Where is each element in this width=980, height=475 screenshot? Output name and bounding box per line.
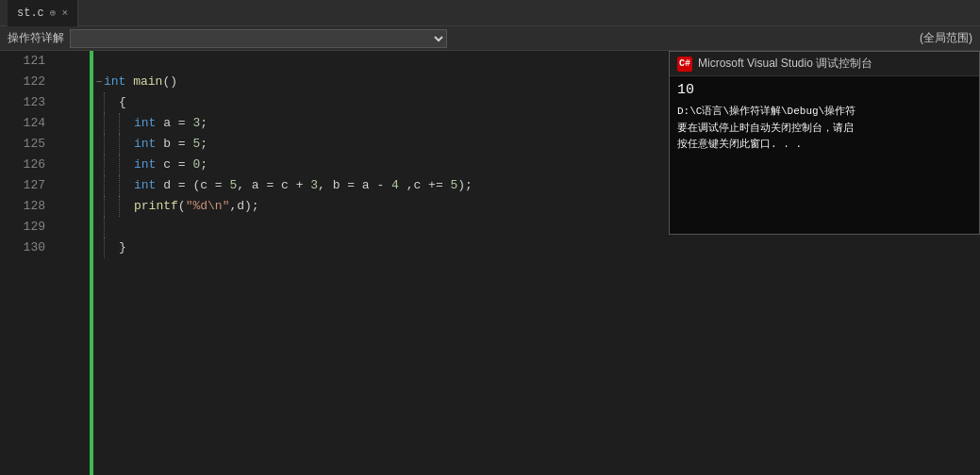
line-num-127: 127 bbox=[0, 175, 45, 196]
console-body: 10 D:\C语言\操作符详解\Debug\操作符 要在调试停止时自动关闭控制台… bbox=[670, 76, 979, 234]
console-popup: C# Microsoft Visual Studio 调试控制台 10 D:\C… bbox=[669, 51, 980, 235]
console-vs-icon: C# bbox=[677, 57, 692, 72]
line-num-130: 130 bbox=[0, 238, 45, 258]
toolbar-dropdown[interactable] bbox=[70, 29, 447, 48]
console-output: 10 bbox=[677, 82, 972, 98]
toolbar-row: 操作符详解 (全局范围) bbox=[0, 26, 980, 51]
line-num-123: 123 bbox=[0, 92, 45, 113]
line-numbers: 121 122 123 124 125 126 127 128 129 130 bbox=[0, 51, 57, 475]
toolbar-label: 操作符详解 bbox=[8, 30, 64, 46]
line-num-128: 128 bbox=[0, 196, 45, 217]
editor-container: st.c ⊕ × 操作符详解 (全局范围) 121 122 123 124 12… bbox=[0, 0, 980, 475]
close-icon[interactable]: × bbox=[61, 8, 68, 19]
console-path-line1: D:\C语言\操作符详解\Debug\操作符 bbox=[677, 104, 972, 121]
console-title-text: Microsoft Visual Studio 调试控制台 bbox=[698, 56, 872, 72]
tab-bar: st.c ⊕ × bbox=[0, 0, 980, 26]
code-line-130: } bbox=[94, 238, 980, 258]
toolbar-left: 操作符详解 bbox=[0, 29, 912, 48]
tab-pin[interactable]: ⊕ bbox=[50, 7, 57, 19]
code-area: 121 122 123 124 125 126 127 128 129 130 … bbox=[0, 51, 980, 475]
console-path-line2: 要在调试停止时自动关闭控制台，请启 bbox=[677, 121, 972, 138]
tab-label: st.c bbox=[17, 7, 44, 20]
line-num-124: 124 bbox=[0, 113, 45, 134]
line-num-126: 126 bbox=[0, 155, 45, 175]
line-num-125: 125 bbox=[0, 134, 45, 155]
toolbar-scope: (全局范围) bbox=[912, 30, 980, 46]
console-path: D:\C语言\操作符详解\Debug\操作符 要在调试停止时自动关闭控制台，请启… bbox=[677, 104, 972, 154]
console-icon-text: C# bbox=[679, 58, 690, 69]
console-title-bar: C# Microsoft Visual Studio 调试控制台 bbox=[670, 52, 979, 76]
collapse-icon-122[interactable]: − bbox=[94, 72, 104, 92]
line-num-122: 122 bbox=[0, 72, 45, 92]
line-num-129: 129 bbox=[0, 217, 45, 238]
line-num-121: 121 bbox=[0, 51, 45, 72]
console-path-line3: 按任意键关闭此窗口. . . bbox=[677, 137, 972, 154]
tab-st-c[interactable]: st.c ⊕ × bbox=[8, 0, 78, 26]
